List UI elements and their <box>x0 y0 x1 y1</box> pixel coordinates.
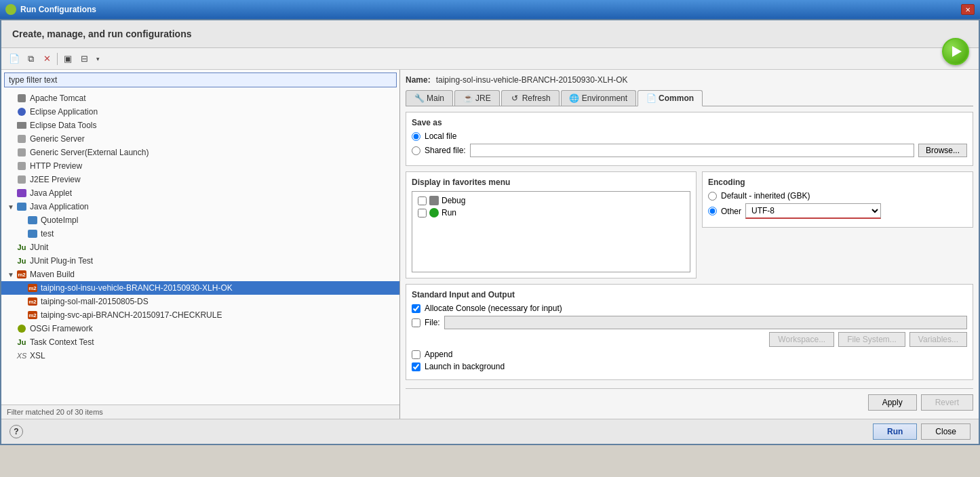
file-checkbox[interactable] <box>412 318 420 327</box>
allocate-console-checkbox[interactable] <box>412 304 420 313</box>
quoteimpl-icon <box>27 215 38 226</box>
tree-item-generic-ext[interactable]: Generic Server(External Launch) <box>1 146 399 159</box>
refresh-tab-icon: ↺ <box>510 94 520 103</box>
junit-icon: Ju <box>16 242 27 253</box>
other-encoding-label[interactable]: Other <box>721 207 741 216</box>
toolbar: 📄 ⧉ ✕ ▣ ⊟ ▾ <box>1 48 979 70</box>
fav-debug-checkbox[interactable] <box>418 196 427 205</box>
revert-button[interactable]: Revert <box>921 394 973 411</box>
fav-run-checkbox[interactable] <box>418 209 427 217</box>
shared-file-label[interactable]: Shared file: <box>425 146 466 155</box>
duplicate-button[interactable]: ⧉ <box>23 51 38 66</box>
encoding-select[interactable]: UTF-8 UTF-16 ISO-8859-1 GBK US-ASCII <box>745 203 881 219</box>
more-button[interactable]: ▾ <box>93 51 102 66</box>
close-button[interactable]: ✕ <box>961 4 975 15</box>
default-encoding-label[interactable]: Default - inherited (GBK) <box>721 191 810 201</box>
expand-placeholder <box>7 135 15 143</box>
run-button[interactable]: Run <box>873 423 917 440</box>
filter-button[interactable]: ▣ <box>60 51 75 66</box>
taiping-api-label: taiping-svc-api-BRANCH-20150917-CHECKRUL… <box>41 310 222 320</box>
generic-ext-icon <box>16 147 27 158</box>
test-icon <box>27 228 38 239</box>
tree-item-test[interactable]: test <box>1 227 399 241</box>
main-tab-icon: 🔧 <box>414 94 424 103</box>
run-icon <box>429 208 439 217</box>
tree-item-task[interactable]: Ju Task Context Test <box>1 335 399 349</box>
browse-button[interactable]: Browse... <box>918 144 967 157</box>
tab-refresh[interactable]: ↺ Refresh <box>501 90 560 106</box>
variables-button[interactable]: Variables... <box>909 332 967 347</box>
tree-item-eclipse-app[interactable]: Eclipse Application <box>1 105 399 119</box>
local-file-radio[interactable] <box>412 132 420 141</box>
tree-item-taiping-vehicle[interactable]: m2 taiping-sol-insu-vehicle-BRANCH-20150… <box>1 281 399 295</box>
file-label[interactable]: File: <box>425 318 440 327</box>
fav-debug-label[interactable]: Debug <box>442 196 465 205</box>
help-button[interactable]: ? <box>9 425 23 438</box>
tree-item-apache-tomcat[interactable]: Apache Tomcat <box>1 91 399 105</box>
expand-placeholder <box>7 121 15 129</box>
allocate-console-label[interactable]: Allocate Console (necessary for input) <box>425 304 562 313</box>
fav-run-item: Run <box>415 207 687 219</box>
other-encoding-radio[interactable] <box>708 207 717 215</box>
osgi-label: OSGi Framework <box>30 324 93 333</box>
tree-item-osgi[interactable]: OSGi Framework <box>1 322 399 335</box>
default-encoding-radio[interactable] <box>708 192 717 201</box>
tree-item-junit[interactable]: Ju JUnit <box>1 241 399 254</box>
tree-item-j2ee[interactable]: J2EE Preview <box>1 173 399 186</box>
launch-bg-label[interactable]: Launch in background <box>425 362 505 371</box>
shared-file-input[interactable] <box>470 144 914 157</box>
expand-placeholder <box>18 216 26 224</box>
apply-button[interactable]: Apply <box>868 394 917 411</box>
tree-item-taiping-mall[interactable]: m2 taiping-sol-mall-20150805-DS <box>1 295 399 308</box>
run-icon-button[interactable] <box>942 38 969 65</box>
encoding-section: Encoding Default - inherited (GBK) Other… <box>702 171 973 228</box>
tree-item-http[interactable]: HTTP Preview <box>1 159 399 173</box>
java-app-expand[interactable]: ▼ <box>7 203 15 211</box>
tree-item-generic-server[interactable]: Generic Server <box>1 132 399 146</box>
tab-jre[interactable]: ☕ JRE <box>454 90 500 106</box>
tree-item-junit-plugin[interactable]: Ju JUnit Plug-in Test <box>1 254 399 268</box>
expand-placeholder <box>18 284 26 292</box>
taiping-vehicle-label: taiping-sol-insu-vehicle-BRANCH-20150930… <box>41 283 233 293</box>
xsl-label: XSL <box>30 351 45 360</box>
tree-item-java-app[interactable]: ▼ Java Application <box>1 200 399 213</box>
expand-placeholder <box>18 230 26 238</box>
delete-button[interactable]: ✕ <box>39 51 54 66</box>
encoding-label: Encoding <box>708 178 967 187</box>
tree-item-taiping-api[interactable]: m2 taiping-svc-api-BRANCH-20150917-CHECK… <box>1 308 399 322</box>
tree-item-applet[interactable]: Java Applet <box>1 186 399 200</box>
append-checkbox[interactable] <box>412 350 420 359</box>
name-row: Name: taiping-sol-insu-vehicle-BRANCH-20… <box>406 75 973 85</box>
tree-item-eclipse-data[interactable]: Eclipse Data Tools <box>1 119 399 132</box>
collapse-button[interactable]: ⊟ <box>77 51 92 66</box>
expand-placeholder <box>18 311 26 319</box>
filter-input[interactable]: type filter text <box>4 72 397 87</box>
name-value: taiping-sol-insu-vehicle-BRANCH-20150930… <box>436 75 628 85</box>
file-input[interactable] <box>444 316 967 329</box>
tree-item-xsl[interactable]: XS XSL <box>1 349 399 362</box>
tree-item-maven[interactable]: ▼ m2 Maven Build <box>1 268 399 281</box>
tabs: 🔧 Main ☕ JRE ↺ Refresh 🌐 Environment <box>406 90 973 106</box>
expand-placeholder <box>7 108 15 116</box>
shared-file-radio[interactable] <box>412 146 420 155</box>
launch-bg-row: Launch in background <box>412 362 967 371</box>
new-config-button[interactable]: 📄 <box>7 51 22 66</box>
file-btn-row: Workspace... File System... Variables... <box>412 332 967 347</box>
maven-expand[interactable]: ▼ <box>7 270 15 278</box>
fav-run-label[interactable]: Run <box>442 208 456 217</box>
title-bar-title: Run Configurations <box>20 5 96 14</box>
close-button[interactable]: Close <box>921 423 971 440</box>
local-file-label[interactable]: Local file <box>425 131 456 141</box>
tab-common[interactable]: 📄 Common <box>638 90 703 106</box>
main-window: Create, manage, and run configurations 📄… <box>0 19 980 445</box>
launch-bg-checkbox[interactable] <box>412 362 420 371</box>
maven-label: Maven Build <box>30 270 75 279</box>
tab-main-label: Main <box>427 94 444 103</box>
file-system-button[interactable]: File System... <box>838 332 905 347</box>
tab-main[interactable]: 🔧 Main <box>406 90 453 106</box>
eclipse-data-icon <box>16 120 27 131</box>
tree-item-quoteimpl[interactable]: QuoteImpl <box>1 213 399 227</box>
tab-environment[interactable]: 🌐 Environment <box>561 90 636 106</box>
workspace-button[interactable]: Workspace... <box>769 332 834 347</box>
append-label[interactable]: Append <box>425 350 452 359</box>
